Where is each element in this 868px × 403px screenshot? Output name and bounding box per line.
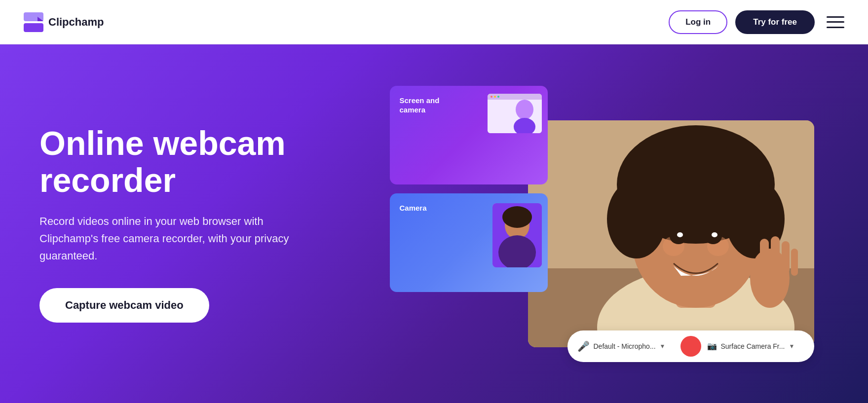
woman-illustration xyxy=(528,120,814,347)
hero-title: Online webcam recorder xyxy=(39,125,375,199)
hamburger-line-1 xyxy=(827,16,844,18)
hero-right: Screen andcamera xyxy=(375,86,829,362)
capture-webcam-button[interactable]: Capture webcam video xyxy=(39,288,209,323)
chrome-dot-yellow xyxy=(494,96,496,98)
logo-text: Clipchamp xyxy=(48,16,104,29)
hero-left: Online webcam recorder Record videos onl… xyxy=(39,125,375,323)
svg-rect-22 xyxy=(771,236,780,273)
svg-point-18 xyxy=(677,232,683,237)
cam-label: Surface Camera Fr... xyxy=(721,342,785,350)
mic-chevron-icon: ▼ xyxy=(660,343,666,350)
svg-point-19 xyxy=(712,232,717,237)
cam-chevron-icon: ▼ xyxy=(789,343,794,350)
screen-and-camera-panel: Screen andcamera xyxy=(390,86,548,184)
camera-selector[interactable]: 📷 Surface Camera Fr... ▼ xyxy=(707,341,804,351)
hamburger-line-2 xyxy=(827,21,844,23)
mic-label: Default - Micropho... xyxy=(594,342,656,350)
svg-point-13 xyxy=(651,140,740,194)
microphone-selector[interactable]: 🎤 Default - Micropho... ▼ xyxy=(577,340,675,352)
chrome-dot-red xyxy=(491,96,492,98)
mic-icon: 🎤 xyxy=(577,340,590,352)
cam-person-preview xyxy=(492,203,542,267)
mini-person-svg xyxy=(488,100,542,133)
navbar: Clipchamp Log in Try for free xyxy=(0,0,868,44)
menu-button[interactable] xyxy=(827,16,844,28)
svg-point-31 xyxy=(502,206,532,228)
camera-icon: 📷 xyxy=(707,341,717,351)
logo-icon xyxy=(24,12,43,32)
cam-person-svg xyxy=(492,203,542,267)
recorder-toolbar: 🎤 Default - Micropho... ▼ 📷 Surface Came… xyxy=(567,330,814,362)
record-button[interactable] xyxy=(680,336,701,357)
nav-right: Log in Try for free xyxy=(669,10,844,34)
chrome-dot-green xyxy=(497,96,499,98)
hero-section: Online webcam recorder Record videos onl… xyxy=(0,44,868,403)
chrome-bar xyxy=(488,94,542,100)
hero-subtitle: Record videos online in your web browser… xyxy=(39,213,316,265)
main-camera-view xyxy=(528,120,814,347)
svg-rect-1 xyxy=(24,23,43,32)
recorder-mockup: Screen andcamera xyxy=(390,86,814,362)
hamburger-line-3 xyxy=(827,27,844,28)
svg-rect-23 xyxy=(782,241,790,273)
mini-chrome-window xyxy=(488,94,542,133)
login-button[interactable]: Log in xyxy=(669,10,727,34)
svg-rect-24 xyxy=(791,249,798,276)
svg-point-26 xyxy=(516,100,533,119)
try-button[interactable]: Try for free xyxy=(735,10,815,34)
logo[interactable]: Clipchamp xyxy=(24,12,104,32)
camera-panel: Camera xyxy=(390,193,548,292)
svg-rect-21 xyxy=(760,239,769,273)
